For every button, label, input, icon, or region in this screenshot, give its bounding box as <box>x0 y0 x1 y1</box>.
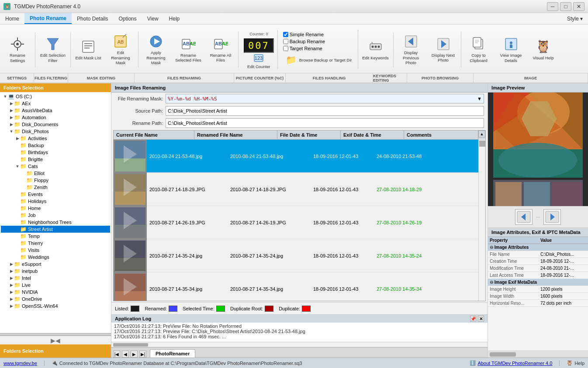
target-rename-checkbox[interactable] <box>283 46 288 51</box>
tree-toggle[interactable]: ▶ <box>9 297 14 301</box>
about-text[interactable]: About TGMDev PhotoRenamer 4.0 <box>477 361 552 366</box>
copy-to-clipboard-button[interactable]: Copy to Clipboard <box>463 32 495 67</box>
status-url[interactable]: www.tgmdev.be <box>3 361 37 366</box>
mask-dropdown[interactable]: %Y-%m-%d %H-%M-%S ▼ <box>166 94 484 103</box>
col-header-file-date[interactable]: File Date & Time <box>277 131 341 139</box>
tree-item-holidays[interactable]: 📁Holidays <box>1 198 110 205</box>
tree-item-home[interactable]: 📁Home <box>1 205 110 212</box>
rename-selected-files-button[interactable]: ABAB Rename Selected Files <box>173 31 204 67</box>
app-log-scrollbar[interactable] <box>113 343 148 347</box>
edit-selection-filter-button[interactable]: Edit Selection Filter <box>37 32 69 67</box>
tree-item-onedrive[interactable]: ▶📁OneDrive <box>1 296 110 303</box>
tree-toggle[interactable]: ▼ <box>3 94 8 99</box>
tree-toggle[interactable]: ▶ <box>9 262 14 266</box>
status-about[interactable]: ℹ️ About TGMDev PhotoRenamer 4.0 <box>470 360 552 366</box>
rename-all-files-button[interactable]: ABAB Rename All Files <box>205 31 236 67</box>
tree-toggle[interactable]: ▶ <box>9 108 14 113</box>
tab-nav-first[interactable]: |◀ <box>113 351 120 358</box>
tree-item-automation[interactable]: ▶📁Automation <box>1 114 110 121</box>
tree-item-visits[interactable]: 📁Visits <box>1 247 110 254</box>
tree-item-job[interactable]: 📁Job <box>1 212 110 219</box>
scrollbar-thumb[interactable] <box>479 141 485 147</box>
tree-item-intel[interactable]: ▶📁Intel <box>1 275 110 282</box>
tree-item-inetpub[interactable]: ▶📁inetpub <box>1 268 110 275</box>
tab-nav-next[interactable]: ▶ <box>131 351 138 358</box>
tree-item-floppy[interactable]: 📁Floppy <box>1 177 110 184</box>
view-image-details-button[interactable]: View Image Details <box>495 32 527 67</box>
edit-mask-list-button[interactable]: Edit Mask List <box>73 31 104 67</box>
simple-rename-checkbox-row[interactable]: Simple Rename <box>283 32 324 37</box>
tree-item-street-artist[interactable]: 📁Street Artist <box>1 226 110 233</box>
title-bar-controls[interactable]: ─ □ ✕ <box>547 2 585 11</box>
rename-path-input[interactable] <box>166 118 484 128</box>
tree-item-backup[interactable]: 📁Backup <box>1 142 110 149</box>
col-header-exif-date[interactable]: Exif Date & Time <box>341 131 404 139</box>
tree-item-neighborhood-trees[interactable]: 📁Neighborhood Trees <box>1 219 110 226</box>
backup-rename-checkbox[interactable] <box>283 39 288 44</box>
tree-toggle[interactable]: ▶ <box>9 115 14 120</box>
display-next-photo-button[interactable]: Display Next Photo <box>428 31 459 67</box>
maximize-button[interactable]: □ <box>560 2 571 11</box>
tree-item-thierry[interactable]: 📁Thierry <box>1 240 110 247</box>
app-log-close-button[interactable]: ✕ <box>478 316 484 322</box>
tree-item-os-(c:)[interactable]: ▼💻OS (C:) <box>1 93 110 100</box>
source-path-input[interactable] <box>166 106 484 116</box>
backup-rename-checkbox-row[interactable]: Backup Rename <box>283 39 325 44</box>
tree-toggle[interactable]: ▶ <box>9 290 14 294</box>
tree-toggle[interactable]: ▶ <box>15 136 20 141</box>
browse-backup-button[interactable]: 📁 Browse Backup or Target Dir <box>283 52 354 68</box>
app-log-pin-button[interactable]: 📌 <box>470 316 476 322</box>
apply-renaming-mask-button[interactable]: Apply Renaming Mask <box>140 31 172 67</box>
table-scroll-up[interactable]: ▲ <box>478 131 485 138</box>
edit-counter-button[interactable]: 123 Edit Counter <box>245 55 273 68</box>
col-header-current-name[interactable]: Current File Name <box>114 131 194 139</box>
tab-nav-prev[interactable]: ◀ <box>122 351 129 358</box>
tree-item-aex[interactable]: ▶📁AEx <box>1 100 110 107</box>
attrs-scrollbar-area[interactable] <box>488 351 588 358</box>
tree-item-elliot[interactable]: 📁Elliot <box>1 170 110 177</box>
tree-item-asusvibedata[interactable]: ▶📁AsusVibeData <box>1 107 110 114</box>
tree-item-disk_documents[interactable]: ▶📁Disk_Documents <box>1 121 110 128</box>
attrs-scrollbar[interactable] <box>490 352 516 357</box>
sidebar-tree[interactable]: ▼💻OS (C:)▶📁AEx▶📁AsusVibeData▶📁Automation… <box>0 92 111 333</box>
tree-item-esupport[interactable]: ▶📁eSupport <box>1 261 110 268</box>
menu-view[interactable]: View <box>142 13 164 24</box>
target-rename-checkbox-row[interactable]: Target Rename <box>283 46 322 51</box>
col-header-renamed-name[interactable]: Renamed File Name <box>194 131 277 139</box>
tree-item-events[interactable]: 📁Events <box>1 191 110 198</box>
tree-toggle[interactable]: ▶ <box>9 304 14 308</box>
simple-rename-checkbox[interactable] <box>283 32 288 37</box>
menu-photo-details[interactable]: Photo Details <box>72 13 113 24</box>
col-header-comments[interactable]: Comments <box>404 131 478 139</box>
tree-item-nvidia[interactable]: ▶📁NVIDIA <box>1 289 110 296</box>
tree-toggle[interactable]: ▶ <box>9 101 14 106</box>
tree-item-birthdays[interactable]: 📁Birthdays <box>1 149 110 156</box>
tab-photo-renamer[interactable]: PhotoRenamer <box>150 349 195 358</box>
tree-toggle[interactable]: ▼ <box>9 129 14 134</box>
tree-item-live[interactable]: ▶📁Live <box>1 282 110 289</box>
rename-settings-button[interactable]: Rename Settings <box>2 32 33 67</box>
next-photo-nav-button[interactable] <box>543 209 561 225</box>
tree-item-brigitte[interactable]: 📁Brigitte <box>1 156 110 163</box>
tree-toggle[interactable]: ▶ <box>9 269 14 273</box>
close-button[interactable]: ✕ <box>573 2 585 11</box>
status-help[interactable]: 🦉 Help <box>567 360 585 366</box>
tree-toggle[interactable]: ▶ <box>9 276 14 280</box>
file-row[interactable]: 2010-08-27 14-18-29.JPG2010-08-27 14-18-… <box>114 173 478 206</box>
tree-item-activities[interactable]: ▶📁Activities <box>1 135 110 142</box>
minimize-button[interactable]: ─ <box>547 2 558 11</box>
display-previous-photo-button[interactable]: Display Previous Photo <box>395 31 427 67</box>
help-text[interactable]: Help <box>574 361 585 366</box>
website-link[interactable]: www.tgmdev.be <box>3 361 37 366</box>
file-row[interactable]: 2010-08-27 14-26-19.JPG2010-08-27 14-26-… <box>114 206 478 239</box>
tree-item-weddings[interactable]: 📁Weddings <box>1 254 110 261</box>
sidebar-collapse-button[interactable]: ▶◀ <box>0 336 111 344</box>
menu-style[interactable]: Style ▾ <box>562 13 588 24</box>
menu-help[interactable]: Help <box>164 13 185 24</box>
tree-item-temp[interactable]: 📁Temp <box>1 233 110 240</box>
tree-toggle[interactable]: ▼ <box>15 164 20 169</box>
tab-nav-last[interactable]: ▶| <box>139 351 146 358</box>
menu-photo-rename[interactable]: Photo Rename <box>24 13 72 24</box>
visual-help-button[interactable]: 🦉 Visual Help <box>528 32 559 67</box>
file-table-body[interactable]: 2010-08-24 21-53-48.jpg2010-08-24 21-53-… <box>114 140 478 301</box>
